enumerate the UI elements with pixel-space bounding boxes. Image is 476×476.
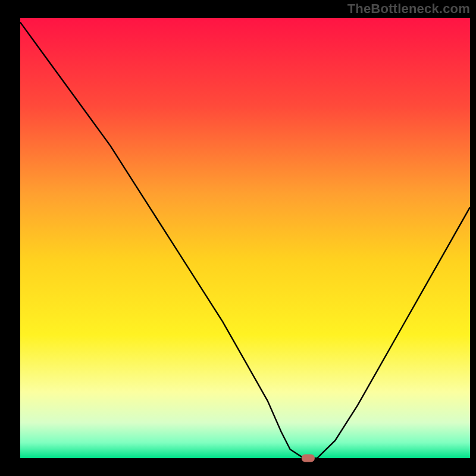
plot-background [20, 18, 470, 458]
chart-svg [0, 0, 476, 476]
bottleneck-chart: TheBottleneck.com [0, 0, 476, 476]
optimal-point-marker [302, 455, 315, 462]
watermark-text: TheBottleneck.com [347, 1, 470, 17]
